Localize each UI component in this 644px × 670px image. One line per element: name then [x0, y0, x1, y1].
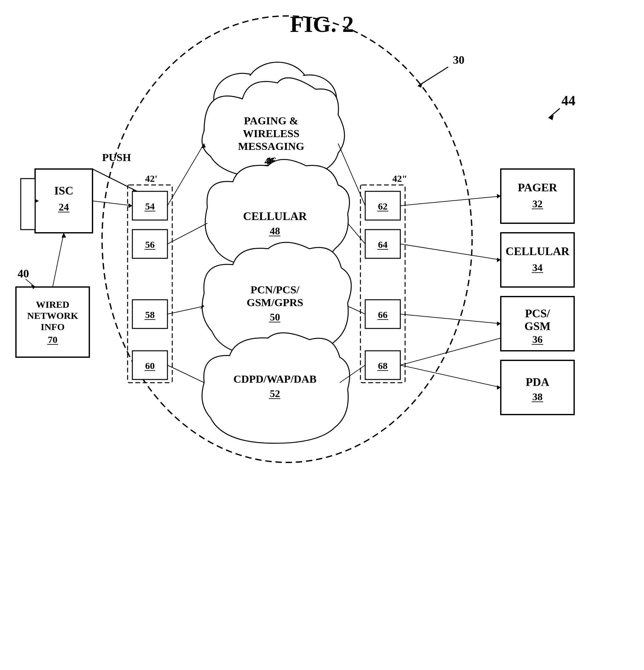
diagram-container: FIG. 2 ISC 24 WIRED NETWORK INFO 70 PAGI… [0, 0, 644, 670]
pager-box [501, 169, 574, 223]
cellular-device-box [501, 233, 574, 287]
pda-box [501, 360, 574, 415]
left-gateway-group [128, 185, 172, 383]
isc-box [35, 169, 93, 233]
right-gateway-group [360, 185, 405, 383]
wired-network-box [16, 287, 89, 357]
pcs-gsm-box [501, 297, 574, 351]
